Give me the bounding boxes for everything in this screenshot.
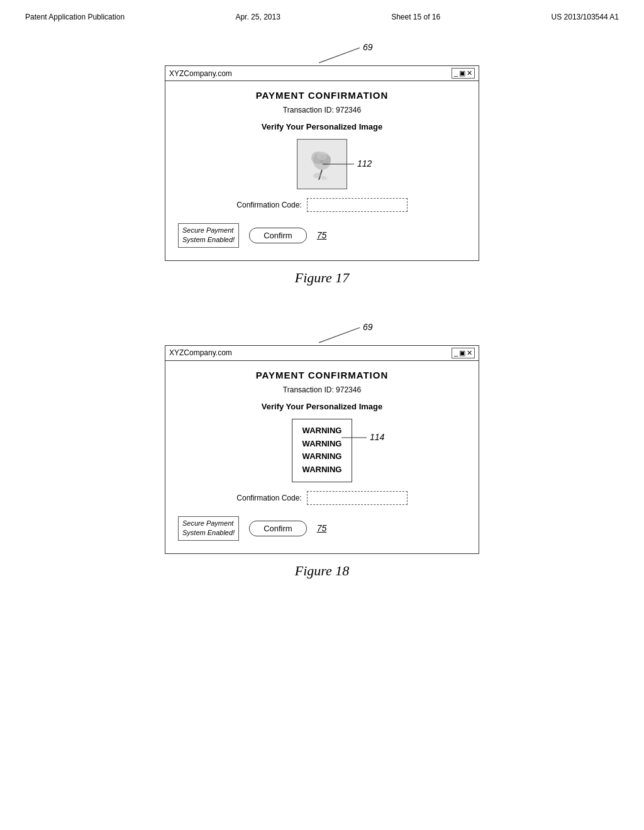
browser-url-fig17: XYZCompany.com bbox=[169, 69, 232, 78]
confirmation-input-fig17[interactable] bbox=[307, 198, 408, 212]
patent-left: Patent Application Publication bbox=[25, 13, 125, 21]
secure-line2-fig17: System Enabled! bbox=[182, 235, 235, 245]
ref-114-arrow: 114 bbox=[341, 425, 417, 475]
arrow-svg-fig18: 69 bbox=[165, 320, 479, 345]
minimize-icon[interactable]: _ bbox=[454, 69, 458, 77]
verify-label-fig17: Verify Your Personalized Image bbox=[178, 122, 466, 131]
figure-17-section: 69 XYZCompany.com _ ▣ ✕ PAYMENT CONFIRMA… bbox=[25, 40, 619, 301]
warning-image-area-fig18: WARNING WARNING WARNING WARNING 114 bbox=[178, 419, 466, 482]
secure-line1-fig18: Secure Payment bbox=[182, 519, 235, 528]
figure-18-section: 69 XYZCompany.com _ ▣ ✕ PAYMENT CONFIRMA… bbox=[25, 320, 619, 594]
svg-line-0 bbox=[319, 48, 360, 63]
confirmation-label-fig18: Confirmation Code: bbox=[236, 494, 301, 502]
svg-text:112: 112 bbox=[357, 158, 372, 169]
browser-titlebar-fig17: XYZCompany.com _ ▣ ✕ bbox=[165, 66, 479, 81]
minimize-icon-fig18[interactable]: _ bbox=[454, 349, 458, 357]
confirmation-row-fig18: Confirmation Code: bbox=[178, 491, 466, 505]
patent-number: US 2013/103544 A1 bbox=[552, 13, 619, 21]
figure-18-caption: Figure 18 bbox=[295, 563, 350, 579]
ref-112-arrow: 112 bbox=[316, 139, 417, 189]
page-title-fig18: PAYMENT CONFIRMATION bbox=[178, 370, 466, 380]
bottom-row-fig17: Secure Payment System Enabled! Confirm 7… bbox=[178, 221, 466, 250]
ref-75-fig17: 75 bbox=[317, 230, 327, 240]
confirmation-input-fig18[interactable] bbox=[307, 491, 408, 505]
browser-controls-fig18[interactable]: _ ▣ ✕ bbox=[452, 348, 475, 358]
browser-url-fig18: XYZCompany.com bbox=[169, 348, 232, 357]
secure-payment-box-fig17: Secure Payment System Enabled! bbox=[178, 223, 239, 248]
confirmation-label-fig17: Confirmation Code: bbox=[236, 201, 301, 209]
verify-label-fig18: Verify Your Personalized Image bbox=[178, 402, 466, 411]
patent-sheet: Sheet 15 of 16 bbox=[391, 13, 440, 21]
maximize-icon[interactable]: ▣ bbox=[459, 69, 465, 77]
confirmation-row-fig17: Confirmation Code: bbox=[178, 198, 466, 212]
browser-titlebar-fig18: XYZCompany.com _ ▣ ✕ bbox=[165, 346, 479, 361]
secure-line1-fig17: Secure Payment bbox=[182, 226, 235, 235]
transaction-id-fig18: Transaction ID: 972346 bbox=[178, 385, 466, 394]
svg-line-11 bbox=[319, 328, 360, 343]
browser-body-fig18: PAYMENT CONFIRMATION Transaction ID: 972… bbox=[165, 361, 479, 553]
maximize-icon-fig18[interactable]: ▣ bbox=[459, 349, 465, 357]
browser-controls-fig17[interactable]: _ ▣ ✕ bbox=[452, 68, 475, 79]
arrow-svg-fig17: 69 bbox=[165, 40, 479, 65]
figure-17-caption: Figure 17 bbox=[295, 270, 350, 286]
close-icon[interactable]: ✕ bbox=[467, 69, 472, 77]
transaction-id-fig17: Transaction ID: 972346 bbox=[178, 106, 466, 114]
confirm-button-fig18[interactable]: Confirm bbox=[249, 521, 307, 536]
browser-window-fig18: XYZCompany.com _ ▣ ✕ PAYMENT CONFIRMATIO… bbox=[165, 345, 479, 554]
warning-line4: WARNING bbox=[303, 463, 342, 477]
confirm-button-fig17[interactable]: Confirm bbox=[249, 228, 307, 243]
warning-line3: WARNING bbox=[303, 450, 342, 463]
close-icon-fig18[interactable]: ✕ bbox=[467, 349, 472, 357]
svg-text:69: 69 bbox=[363, 322, 373, 332]
page-title-fig17: PAYMENT CONFIRMATION bbox=[178, 90, 466, 101]
image-area-fig17: 112 bbox=[178, 139, 466, 189]
svg-text:114: 114 bbox=[370, 432, 385, 442]
patent-date: Apr. 25, 2013 bbox=[235, 13, 280, 21]
warning-line2: WARNING bbox=[303, 438, 342, 451]
secure-payment-box-fig18: Secure Payment System Enabled! bbox=[178, 516, 239, 541]
svg-text:69: 69 bbox=[363, 42, 373, 52]
label-69-fig17: 69 bbox=[165, 40, 479, 65]
secure-line2-fig18: System Enabled! bbox=[182, 528, 235, 538]
browser-window-fig17: XYZCompany.com _ ▣ ✕ PAYMENT CONFIRMATIO… bbox=[165, 65, 479, 261]
ref-75-fig18: 75 bbox=[317, 523, 327, 533]
bottom-row-fig18: Secure Payment System Enabled! Confirm 7… bbox=[178, 514, 466, 543]
patent-header: Patent Application Publication Apr. 25, … bbox=[25, 13, 619, 21]
warning-line1: WARNING bbox=[303, 424, 342, 438]
browser-body-fig17: PAYMENT CONFIRMATION Transaction ID: 972… bbox=[165, 81, 479, 260]
label-69-fig18: 69 bbox=[165, 320, 479, 345]
